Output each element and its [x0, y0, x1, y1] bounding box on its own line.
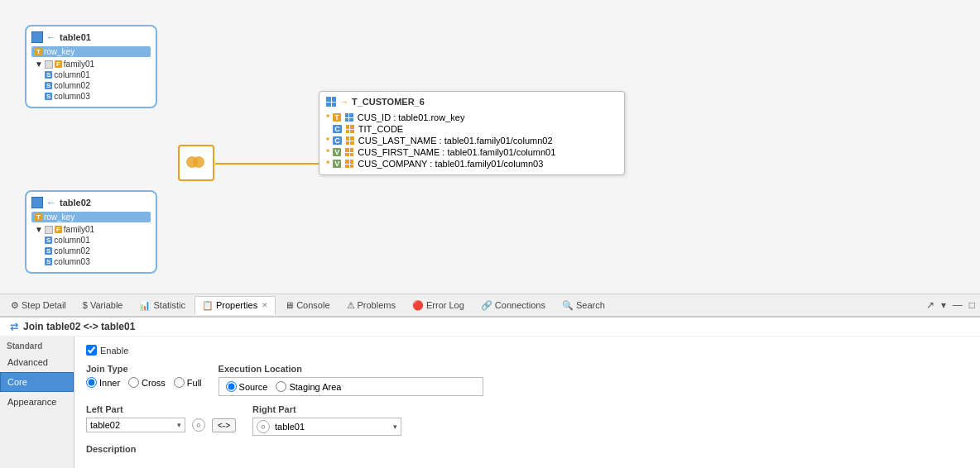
parts-row: Left Part table02 ▾ ○ <-> Right Part: [86, 404, 968, 436]
tab-action-dropdown[interactable]: ▾: [939, 298, 948, 313]
left-part-label: Left Part: [86, 404, 236, 414]
key-badge-2: T: [35, 213, 42, 221]
s-badge-5: S: [45, 247, 52, 255]
tab-console-label: Console: [296, 300, 329, 310]
sidebar-item-appearance[interactable]: Appearance: [0, 392, 74, 412]
enable-checkbox[interactable]: [86, 345, 97, 356]
right-part-dropdown-icon[interactable]: ▾: [393, 423, 397, 431]
tab-search[interactable]: 🔍 Search: [555, 296, 612, 315]
left-part-value: table02: [90, 420, 120, 430]
output-col-3: * V CUS_FIRST_NAME : table01.family01/co…: [326, 146, 617, 158]
main-container: ← table01 T row_key ▼ F family01 S colum…: [0, 0, 980, 468]
tab-action-export[interactable]: ↗: [925, 298, 936, 313]
tab-console[interactable]: 🖥 Console: [277, 296, 337, 314]
left-part-input-row: table02 ▾ ○ <->: [86, 418, 236, 432]
table1-name: table01: [60, 32, 91, 42]
right-part-label: Right Part: [252, 404, 401, 414]
tab-variable[interactable]: $ Variable: [75, 296, 131, 314]
join-inner-option[interactable]: Inner: [86, 377, 120, 388]
panel-content: Enable Join Type Inner Cross: [74, 337, 980, 468]
tab-statistic-label: Statistic: [153, 300, 185, 310]
s-badge-4: S: [45, 236, 52, 244]
tab-problems-label: Problems: [358, 300, 396, 310]
right-part-value: table01: [275, 422, 305, 432]
table-node-2[interactable]: ← table02 T row_key ▼ F family01 S colum…: [25, 190, 157, 274]
table2-col2: S column02: [31, 246, 151, 256]
panel-sidebar: Standard Advanced Core Appearance: [0, 337, 74, 468]
output-popup: → T_CUSTOMER_6 * T CUS_ID : table01.row_…: [319, 91, 625, 175]
connections-icon: 🔗: [481, 300, 492, 311]
output-arrow-icon: →: [339, 97, 348, 107]
tab-statistic[interactable]: 📊 Statistic: [132, 296, 193, 315]
error-log-icon: 🔴: [412, 300, 424, 311]
family2-badge: F: [55, 226, 62, 233]
table1-col3: S column03: [31, 91, 151, 102]
s-badge-1: S: [45, 71, 52, 79]
swap-button[interactable]: <->: [212, 418, 236, 432]
table2-rowkey: T row_key: [31, 212, 151, 222]
table1-rowkey: T row_key: [31, 46, 151, 57]
table1-arrow-icon: ←: [46, 31, 56, 43]
exec-source-option[interactable]: Source: [226, 381, 268, 392]
tab-error-log[interactable]: 🔴 Error Log: [405, 296, 472, 315]
table-grid-icon-1: [31, 31, 43, 43]
left-part-circle-btn[interactable]: ○: [192, 418, 205, 432]
tab-step-detail[interactable]: ⚙ Step Detail: [3, 296, 74, 315]
variable-icon: $: [83, 300, 88, 310]
tab-problems[interactable]: ⚠ Problems: [339, 296, 403, 315]
output-col-2: * C CUS_LAST_NAME : table01.family01/col…: [326, 135, 617, 146]
search-icon: 🔍: [562, 300, 574, 311]
output-col-1: * C TIT_CODE: [326, 123, 617, 135]
table1-family: ▼ F family01: [31, 59, 151, 69]
canvas-area: ← table01 T row_key ▼ F family01 S colum…: [0, 0, 980, 294]
tab-properties-label: Properties: [216, 300, 257, 310]
description-section: Description: [86, 444, 968, 454]
tab-action-maximize[interactable]: □: [968, 298, 977, 313]
table-node-1[interactable]: ← table01 T row_key ▼ F family01 S colum…: [25, 25, 157, 108]
right-part-input-row: ○ table01 ▾: [252, 418, 401, 436]
properties-panel: ⇄ Join table02 <-> table01 Standard Adva…: [0, 317, 980, 468]
left-part-dropdown-icon[interactable]: ▾: [177, 421, 181, 429]
properties-icon: 📋: [202, 300, 214, 311]
family-badge: F: [55, 60, 62, 68]
join-operator[interactable]: [178, 145, 214, 181]
s-badge-3: S: [45, 93, 52, 100]
tab-error-log-label: Error Log: [426, 300, 464, 310]
join-type-group: Join Type Inner Cross Full: [86, 364, 202, 388]
console-icon: 🖥: [285, 300, 294, 310]
tab-connections[interactable]: 🔗 Connections: [473, 296, 553, 315]
sidebar-section: Standard Advanced Core Appearance: [0, 337, 74, 415]
properties-close-icon[interactable]: ✕: [262, 301, 268, 309]
tab-connections-label: Connections: [495, 300, 545, 310]
join-type-label: Join Type: [86, 364, 202, 374]
statistic-icon: 📊: [139, 300, 151, 311]
tab-variable-label: Variable: [90, 300, 123, 310]
tabs-actions: ↗ ▾ — □: [925, 298, 977, 313]
table2-name: table02: [60, 198, 91, 208]
left-part-group: Left Part table02 ▾ ○ <->: [86, 404, 236, 432]
s-badge-2: S: [45, 82, 52, 89]
panel-title-text: Join table02 <-> table01: [23, 321, 135, 332]
exec-staging-option[interactable]: Staging Area: [276, 381, 341, 392]
table2-col1: S column01: [31, 235, 151, 246]
join-full-option[interactable]: Full: [174, 377, 202, 388]
output-header: → T_CUSTOMER_6: [326, 97, 617, 107]
right-part-radio-btn[interactable]: ○: [257, 420, 270, 433]
tab-properties[interactable]: 📋 Properties ✕: [195, 296, 276, 315]
enable-row: Enable: [86, 345, 968, 356]
panel-title-bar: ⇄ Join table02 <-> table01: [0, 318, 980, 337]
right-part-select[interactable]: ○ table01 ▾: [252, 418, 401, 436]
join-cross-option[interactable]: Cross: [128, 377, 166, 388]
output-col-0: * T CUS_ID : table01.row_key: [326, 112, 617, 123]
description-label: Description: [86, 444, 968, 454]
sidebar-item-core[interactable]: Core: [0, 372, 74, 392]
output-table-name: T_CUSTOMER_6: [352, 97, 425, 107]
panel-title-icon: ⇄: [10, 321, 18, 332]
sidebar-item-advanced[interactable]: Advanced: [0, 352, 74, 372]
tab-action-minimize[interactable]: —: [951, 298, 964, 313]
step-detail-icon: ⚙: [11, 300, 19, 311]
join-exec-row: Join Type Inner Cross Full: [86, 364, 968, 396]
left-part-select[interactable]: table02 ▾: [86, 418, 185, 432]
table1-col1: S column01: [31, 69, 151, 80]
execution-location-label: Execution Location: [219, 364, 483, 374]
